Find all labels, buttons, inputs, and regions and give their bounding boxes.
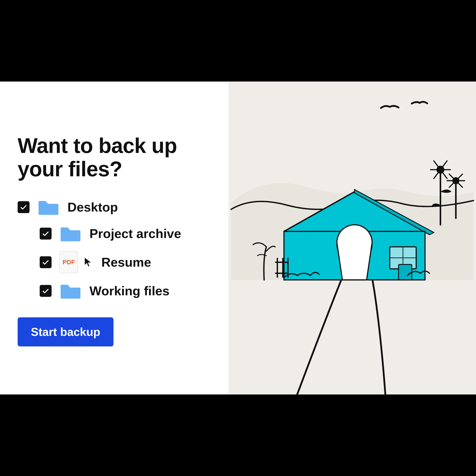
desktop-folder-icon [37,198,60,216]
bottom-black-bar [0,394,476,476]
resume-label: Resume [101,255,151,270]
working-files-folder-icon [60,282,82,300]
main-content: Want to back up your files? Desktop [0,82,476,394]
resume-item: PDF Resume [40,251,211,273]
svg-rect-18 [398,264,412,280]
svg-point-39 [452,177,459,184]
left-panel: Want to back up your files? Desktop [0,82,229,394]
start-backup-button[interactable]: Start backup [18,317,114,346]
svg-marker-0 [85,257,91,267]
file-list: Desktop Project archive [18,198,211,300]
top-black-bar [0,0,476,82]
resume-pdf-icon: PDF [60,251,78,273]
illustration [229,82,476,394]
working-files-item: Working files [40,282,211,300]
pdf-label: PDF [63,259,75,266]
page-heading: Want to back up your files? [18,134,211,181]
working-files-label: Working files [89,283,170,298]
right-panel [229,82,476,394]
desktop-checkbox[interactable] [18,201,30,213]
desktop-label: Desktop [68,200,118,214]
cursor-icon [84,257,93,268]
project-archive-checkbox[interactable] [40,228,51,239]
desktop-item: Desktop [18,198,211,216]
project-archive-folder-icon [60,225,82,242]
project-archive-item: Project archive [40,225,211,242]
svg-point-31 [436,166,444,174]
resume-checkbox[interactable] [40,256,51,268]
project-archive-label: Project archive [89,226,181,241]
working-files-checkbox[interactable] [40,285,51,297]
